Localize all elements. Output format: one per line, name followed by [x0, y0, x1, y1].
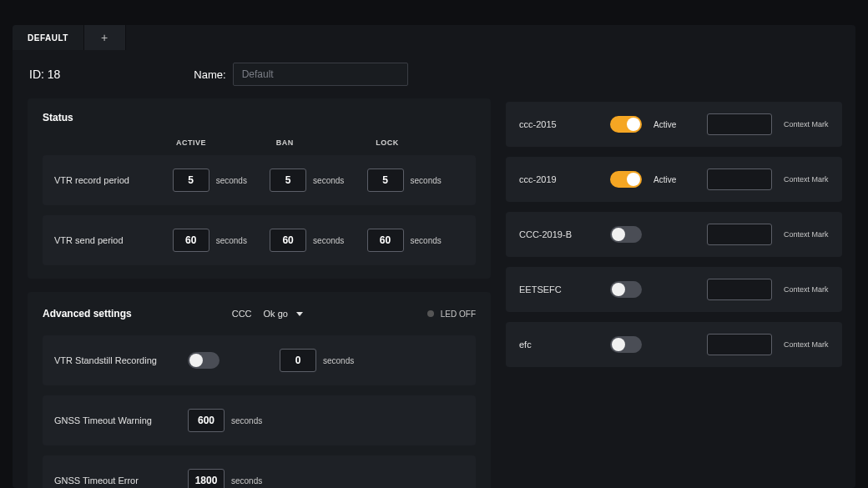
context-name: ccc-2015: [519, 119, 598, 129]
context-toggle[interactable]: [610, 281, 642, 298]
row-label: VTR record period: [54, 175, 173, 185]
led-label: LED OFF: [441, 309, 476, 319]
context-status: Active: [654, 175, 695, 184]
adv-row-gnss-warn: GNSS Timeout Warning seconds: [43, 395, 476, 445]
standstill-toggle[interactable]: [188, 352, 220, 369]
col-active: ACTIVE: [176, 138, 276, 147]
unit-label: seconds: [323, 356, 354, 365]
led-off-icon: [427, 310, 434, 317]
context-name: EETSEFC: [519, 284, 598, 294]
context-mark-input[interactable]: [707, 113, 772, 135]
unit-label: seconds: [231, 416, 262, 425]
main-frame: DEFAULT + ID: 18 Name: Status ACTIVE BAN…: [13, 25, 855, 488]
chevron-down-icon: [296, 312, 303, 316]
context-status: Active: [654, 120, 695, 129]
status-panel: Status ACTIVE BAN LOCK VTR record period…: [28, 98, 491, 279]
context-name: CCC-2019-B: [519, 229, 598, 239]
context-mark-label: Context Mark: [784, 175, 829, 184]
send-ban-input[interactable]: [270, 229, 306, 252]
standstill-input[interactable]: [280, 349, 316, 372]
context-mark-input[interactable]: [707, 334, 772, 355]
status-title: Status: [43, 112, 476, 123]
context-mark-input[interactable]: [707, 224, 772, 245]
context-toggle[interactable]: [610, 116, 642, 133]
advanced-title: Advanced settings: [43, 308, 132, 319]
unit-label: seconds: [231, 476, 262, 485]
id-label: ID: 18: [29, 68, 60, 81]
record-lock-input[interactable]: [367, 169, 404, 192]
context-mark-label: Context Mark: [784, 230, 829, 239]
header-row: ID: 18 Name:: [13, 50, 855, 94]
unit-label: seconds: [313, 176, 344, 185]
col-ban: BAN: [276, 138, 376, 147]
row-label: GNSS Timeout Warning: [54, 415, 188, 425]
unit-label: seconds: [411, 236, 442, 245]
name-input[interactable]: [233, 63, 408, 86]
status-row-record: VTR record period seconds seconds second…: [43, 155, 476, 205]
context-row: ccc-2019 Active Context Mark: [506, 157, 842, 202]
context-list: ccc-2015 Active Context Mark ccc-2019 Ac…: [506, 98, 842, 488]
context-name: ccc-2019: [519, 174, 598, 184]
gnss-err-input[interactable]: [188, 469, 225, 488]
unit-label: seconds: [216, 236, 247, 245]
unit-label: seconds: [313, 236, 344, 245]
adv-row-gnss-err: GNSS Timeout Error seconds: [43, 455, 476, 488]
row-label: VTR send period: [54, 235, 173, 245]
send-active-input[interactable]: [173, 229, 209, 252]
tab-add[interactable]: +: [84, 25, 126, 50]
status-row-send: VTR send period seconds seconds seconds: [43, 215, 476, 265]
gnss-warn-input[interactable]: [188, 409, 225, 432]
context-mark-label: Context Mark: [784, 340, 829, 349]
context-mark-label: Context Mark: [784, 285, 829, 294]
tab-default[interactable]: DEFAULT: [13, 25, 84, 50]
context-toggle[interactable]: [610, 171, 642, 188]
context-toggle[interactable]: [610, 336, 642, 353]
tab-bar: DEFAULT +: [13, 25, 855, 50]
advanced-panel: Advanced settings CCC Ok go LED OFF: [28, 292, 491, 488]
ccc-label: CCC: [232, 309, 252, 319]
record-active-input[interactable]: [173, 169, 209, 192]
status-columns: ACTIVE BAN LOCK: [43, 138, 476, 147]
context-toggle[interactable]: [610, 226, 642, 243]
name-label: Name:: [194, 68, 225, 81]
unit-label: seconds: [411, 176, 442, 185]
context-name: efc: [519, 340, 598, 350]
context-mark-label: Context Mark: [784, 120, 829, 128]
context-row: efc Context Mark: [506, 322, 842, 367]
send-lock-input[interactable]: [367, 229, 404, 252]
context-row: EETSEFC Context Mark: [506, 267, 842, 312]
context-row: CCC-2019-B Context Mark: [506, 212, 842, 257]
row-label: GNSS Timeout Error: [54, 475, 188, 485]
col-lock: LOCK: [376, 138, 476, 147]
ccc-dropdown[interactable]: Ok go: [257, 305, 310, 322]
context-row: ccc-2015 Active Context Mark: [506, 102, 842, 147]
ccc-value: Ok go: [264, 309, 288, 319]
row-label: VTR Standstill Recording: [54, 355, 188, 365]
unit-label: seconds: [216, 176, 247, 185]
record-ban-input[interactable]: [270, 169, 306, 192]
context-mark-input[interactable]: [707, 279, 772, 300]
adv-row-standstill: VTR Standstill Recording seconds: [43, 335, 476, 385]
context-mark-input[interactable]: [707, 169, 772, 190]
